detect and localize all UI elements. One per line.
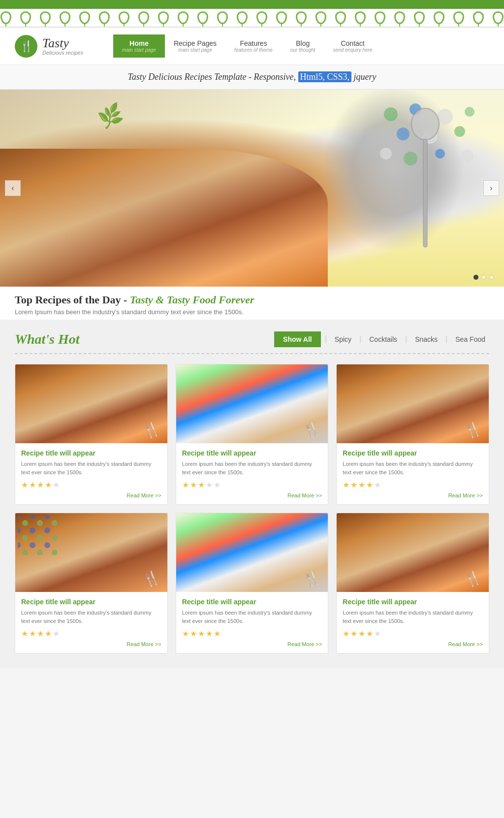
recipe-card-body: Recipe title will appear Lorem ipsum has…: [15, 592, 167, 653]
star-5: ★: [374, 480, 381, 490]
nav-item-home[interactable]: Home main start page: [113, 34, 165, 58]
recipe-desc: Lorem ipsum has been the industry's stan…: [182, 609, 322, 625]
filter-divider-3: |: [405, 335, 407, 344]
slider-next-button[interactable]: ›: [483, 180, 499, 196]
filter-bar: Show All | Spicy | Cocktails | Snacks | …: [274, 331, 489, 347]
svg-point-3: [465, 107, 474, 117]
ring: [276, 11, 287, 24]
star-1: ★: [182, 480, 189, 490]
filter-divider-1: |: [325, 335, 327, 344]
svg-point-6: [454, 126, 465, 137]
recipe-title: Recipe title will appear: [182, 598, 322, 606]
nav-label-recipe: Recipe Pages: [174, 39, 217, 47]
star-2: ★: [190, 629, 197, 638]
star-rating: ★★★★★: [343, 480, 483, 490]
recipe-card-body: Recipe title will appear Lorem ipsum has…: [337, 592, 489, 653]
star-1: ★: [182, 629, 189, 638]
star-5: ★: [53, 480, 60, 490]
slider-prev-button[interactable]: ‹: [5, 180, 21, 196]
polka-overlay: [18, 516, 57, 555]
recipe-desc: Lorem ipsum has been the industry's stan…: [182, 460, 322, 476]
recipe-image: 🍴: [15, 364, 167, 443]
star-rating: ★★★★★: [343, 629, 483, 638]
ring: [138, 11, 149, 24]
ring: [473, 11, 484, 24]
star-3: ★: [37, 480, 44, 490]
star-4: ★: [206, 480, 213, 490]
ring: [217, 11, 228, 24]
headline-text: Tasty Delicious Recipes Template - Respo…: [127, 71, 376, 82]
utensil-icon: 🍴: [301, 568, 323, 589]
hero-image: 🌿: [0, 90, 504, 287]
slider-dot-1[interactable]: [473, 275, 478, 280]
recipe-card: 🍴 Recipe title will appear Lorem ipsum h…: [176, 364, 329, 505]
recipe-desc: Lorem ipsum has been the industry's stan…: [343, 609, 483, 625]
star-2: ★: [29, 629, 36, 638]
ring: [394, 11, 405, 24]
star-rating: ★★★★★: [21, 480, 161, 490]
star-5: ★: [214, 629, 220, 638]
show-all-button[interactable]: Show All: [274, 331, 321, 347]
ring: [178, 11, 189, 24]
read-more-link[interactable]: Read More >>: [182, 641, 322, 647]
rings: [0, 11, 504, 24]
ring: [99, 11, 110, 24]
star-1: ★: [21, 629, 28, 638]
star-1: ★: [21, 480, 28, 490]
filter-spicy[interactable]: Spicy: [331, 333, 355, 345]
star-5: ★: [53, 629, 60, 638]
star-3: ★: [358, 480, 365, 490]
logo-subtitle: Delicious recipes: [42, 50, 83, 56]
recipe-desc: Lorem ipsum has been the industry's stan…: [21, 609, 161, 625]
star-2: ★: [350, 480, 357, 490]
star-1: ★: [343, 480, 349, 490]
star-2: ★: [29, 480, 36, 490]
star-4: ★: [45, 629, 52, 638]
top-bar: [0, 0, 504, 9]
nav-item-contact[interactable]: Contact send enquiry here: [324, 34, 381, 58]
recipe-card-body: Recipe title will appear Lorem ipsum has…: [337, 443, 489, 504]
nav-item-blog[interactable]: Blog our thought: [282, 34, 324, 58]
ring: [197, 11, 208, 24]
nav-label-contact: Contact: [333, 39, 373, 47]
headline-highlight: Html5, CSS3,: [298, 71, 352, 82]
ring: [296, 11, 307, 24]
recipe-title: Recipe title will appear: [343, 449, 483, 457]
star-3: ★: [198, 480, 205, 490]
filter-snacks[interactable]: Snacks: [411, 333, 441, 345]
recipe-card: 🍴 Recipe title will appear Lorem ipsum h…: [176, 513, 329, 654]
recipe-card-body: Recipe title will appear Lorem ipsum has…: [15, 443, 167, 504]
read-more-link[interactable]: Read More >>: [21, 492, 161, 498]
slider-dot-2[interactable]: [481, 275, 486, 280]
ring: [119, 11, 129, 24]
utensil-icon: 🍴: [462, 420, 483, 441]
filter-seafood[interactable]: Sea Food: [451, 333, 489, 345]
recipe-image: 🍴: [337, 364, 489, 443]
read-more-link[interactable]: Read More >>: [343, 641, 483, 647]
recipe-title: Recipe title will appear: [343, 598, 483, 606]
star-2: ★: [190, 480, 197, 490]
filter-cocktails[interactable]: Cocktails: [365, 333, 401, 345]
svg-point-10: [461, 150, 473, 163]
ring: [158, 11, 169, 24]
slider-dot-3[interactable]: [489, 275, 494, 280]
svg-point-0: [384, 107, 398, 121]
nav-sub-recipe: main start page: [174, 47, 217, 53]
star-5: ★: [214, 480, 220, 490]
svg-rect-12: [423, 139, 427, 247]
logo-title: Tasty: [42, 37, 83, 50]
read-more-link[interactable]: Read More >>: [182, 492, 322, 498]
utensil-icon: 🍴: [140, 568, 162, 589]
recipe-image: 🍴: [176, 513, 328, 592]
nav-item-recipe[interactable]: Recipe Pages main start page: [165, 34, 225, 58]
header: 🍴 Tasty Delicious recipes Home main star…: [0, 28, 504, 65]
read-more-link[interactable]: Read More >>: [343, 492, 483, 498]
recipe-image: 🍴: [176, 364, 328, 443]
main-nav: Home main start page Recipe Pages main s…: [113, 34, 381, 58]
recipe-image: 🍴: [337, 513, 489, 592]
read-more-link[interactable]: Read More >>: [21, 641, 161, 647]
nav-item-features[interactable]: Features features of theme: [225, 34, 282, 58]
ring: [375, 11, 385, 24]
recipe-grid: 🍴 Recipe title will appear Lorem ipsum h…: [15, 364, 489, 654]
ring: [0, 11, 11, 24]
